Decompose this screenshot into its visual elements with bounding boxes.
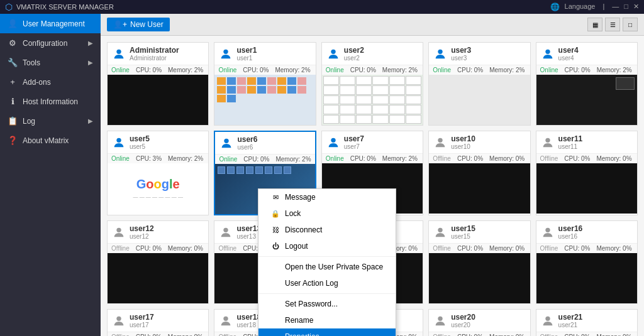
svg-point-8	[438, 138, 443, 142]
user-card-user4[interactable]: user4 user4 Online CPU: 0% Memory: 2%	[536, 42, 638, 126]
ctx-label-open-private: Open the User Private Space	[285, 263, 383, 271]
user-screen-user5: Google — — — — — — — —	[108, 163, 208, 214]
ctx-item-action-log[interactable]: User Action Log	[258, 275, 396, 291]
user-login-name-user1: user1	[236, 55, 311, 62]
ctx-item-message[interactable]: ✉ Message	[258, 189, 396, 205]
user-display-name-user10: user10	[451, 134, 526, 143]
avatar-user15	[433, 225, 448, 240]
memory-label-user7: Memory: 2%	[382, 155, 418, 162]
minimize-button[interactable]: —	[612, 3, 619, 11]
memory-label-user16: Memory: 0%	[596, 245, 631, 252]
user-display-name-user2: user2	[344, 46, 419, 55]
user-card-user5[interactable]: user5 user5 Online CPU: 3% Memory: 2% Go…	[107, 131, 209, 215]
user-card-user10[interactable]: user10 user10 Offline CPU: 0% Memory: 0%	[428, 131, 530, 215]
language-label[interactable]: Language	[565, 3, 596, 11]
ctx-label-rename: Rename	[285, 316, 313, 325]
ctx-label-set-password: Set Password...	[285, 300, 338, 308]
user-card-user1[interactable]: user1 user1 Online CPU: 0% Memory: 2%	[214, 42, 316, 126]
cpu-label-user7: CPU: 0%	[350, 155, 376, 162]
user-card-user21[interactable]: user21 user21 Offline CPU: 0% Memory: 0%	[536, 309, 638, 336]
cpu-label-user10: CPU: 0%	[457, 155, 483, 162]
user-info-user4: user4 user4	[558, 46, 633, 62]
svg-point-1	[224, 49, 228, 53]
ctx-item-properties[interactable]: Properties	[258, 328, 396, 336]
maximize-button[interactable]: □	[624, 3, 628, 11]
close-button[interactable]: ✕	[633, 3, 639, 11]
list-view-button[interactable]: ☰	[605, 18, 620, 31]
svg-point-6	[225, 138, 229, 143]
user-login-name-user17: user17	[130, 322, 204, 328]
svg-point-5	[116, 138, 121, 142]
user-card-header-user1: user1 user1	[214, 43, 315, 65]
user-card-user16[interactable]: user16 user16 Offline CPU: 0% Memory: 0%	[536, 220, 638, 304]
cpu-label-user6: CPU: 0%	[243, 156, 269, 163]
ctx-label-properties: Properties	[285, 332, 319, 336]
user-card-status-user3: Online CPU: 0% Memory: 2%	[429, 65, 530, 75]
avatar-circle-user5	[111, 135, 126, 150]
new-user-label: New User	[130, 20, 164, 29]
user-info-admin: Administrator Administrator	[130, 46, 204, 62]
user-screen-admin	[108, 75, 208, 125]
status-text-admin: Online	[111, 67, 130, 73]
user-info-user15: user15 user15	[451, 224, 526, 240]
user-card-header-user7: user7 user7	[322, 131, 423, 153]
sidebar-item-configuration[interactable]: ⚙ Configuration ▶	[0, 33, 101, 53]
status-text-user21: Offline	[540, 333, 558, 336]
ctx-item-disconnect[interactable]: ⛓ Disconnect	[258, 222, 396, 238]
sidebar-item-tools[interactable]: 🔧 Tools ▶	[0, 53, 101, 72]
sidebar-icon-tools: 🔧	[8, 58, 18, 67]
new-user-button[interactable]: 👤+ New User	[107, 18, 170, 31]
status-text-user6: Online	[219, 156, 237, 163]
sidebar-item-add-ons[interactable]: + Add-ons	[0, 72, 101, 92]
user-card-header-user21: user21 user21	[536, 310, 637, 332]
status-text-user1: Online	[218, 67, 236, 73]
sidebar-icon-user-management: 👤	[8, 19, 18, 28]
user-card-user2[interactable]: user2 user2 Online CPU: 0% Memory: 2%	[321, 42, 423, 126]
svg-point-3	[438, 49, 443, 53]
user-screen-user1	[214, 75, 315, 125]
sidebar-item-host-information[interactable]: ℹ Host Information	[0, 92, 101, 111]
user-login-name-user7: user7	[344, 143, 419, 150]
sidebar-item-about[interactable]: ❓ About vMatrix	[0, 131, 101, 150]
user-card-user20[interactable]: user20 user20 Offline CPU: 0% Memory: 0%	[428, 309, 530, 336]
ctx-item-set-password[interactable]: Set Password...	[258, 296, 396, 312]
sidebar-icon-log: 📋	[8, 116, 18, 126]
cpu-label-user17: CPU: 0%	[136, 333, 162, 336]
ctx-item-lock[interactable]: 🔒 Lock	[258, 205, 396, 222]
user-card-user12[interactable]: user12 user12 Offline CPU: 0% Memory: 0%	[107, 220, 209, 304]
avatar-user18	[218, 313, 233, 328]
ctx-item-logout[interactable]: ⏻ Logout	[258, 238, 396, 254]
user-card-header-admin: Administrator Administrator	[108, 43, 208, 65]
ctx-separator-after-action-log	[258, 293, 396, 294]
user-card-status-user10: Offline CPU: 0% Memory: 0%	[429, 153, 530, 163]
ctx-label-lock: Lock	[285, 209, 301, 218]
svg-point-2	[331, 49, 335, 53]
ctx-item-rename[interactable]: Rename	[258, 312, 396, 328]
memory-label-user20: Memory: 0%	[489, 333, 525, 336]
avatar-circle-user17	[111, 313, 126, 328]
details-view-button[interactable]: □	[623, 18, 638, 31]
svg-point-4	[545, 49, 550, 53]
user-card-status-user11: Offline CPU: 0% Memory: 0%	[536, 153, 637, 163]
cpu-label-user21: CPU: 0%	[564, 333, 590, 336]
sidebar-label-log: Log	[23, 117, 35, 126]
avatar-circle-user21	[540, 313, 555, 328]
user-card-header-user6: user6 user6	[215, 132, 314, 154]
cpu-label-user20: CPU: 0%	[457, 333, 483, 336]
user-card-user3[interactable]: user3 user3 Online CPU: 0% Memory: 2%	[428, 42, 530, 126]
grid-view-button[interactable]: ▦	[587, 18, 602, 31]
sidebar-icon-add-ons: +	[8, 77, 18, 87]
titlebar: ⬡ VMATRIX SERVER MANAGER 🌐 Language | — …	[0, 0, 644, 14]
status-text-user18: Offline	[218, 333, 236, 336]
ctx-icon-message: ✉	[271, 193, 280, 202]
sidebar-item-log[interactable]: 📋 Log ▶	[0, 111, 101, 131]
ctx-item-open-private[interactable]: Open the User Private Space	[258, 259, 396, 275]
user-card-user17[interactable]: user17 user17 Offline CPU: 0% Memory: 0%	[107, 309, 209, 336]
user-card-user11[interactable]: user11 user11 Offline CPU: 0% Memory: 0%	[536, 131, 638, 215]
user-login-name-user4: user4	[558, 55, 633, 62]
sidebar-item-user-management[interactable]: 👤 User Management	[0, 14, 101, 33]
user-card-admin[interactable]: Administrator Administrator Online CPU: …	[107, 42, 209, 126]
user-card-status-user7: Online CPU: 0% Memory: 2%	[322, 153, 423, 163]
svg-point-10	[116, 227, 121, 232]
user-card-user15[interactable]: user15 user15 Offline CPU: 0% Memory: 0%	[428, 220, 530, 304]
